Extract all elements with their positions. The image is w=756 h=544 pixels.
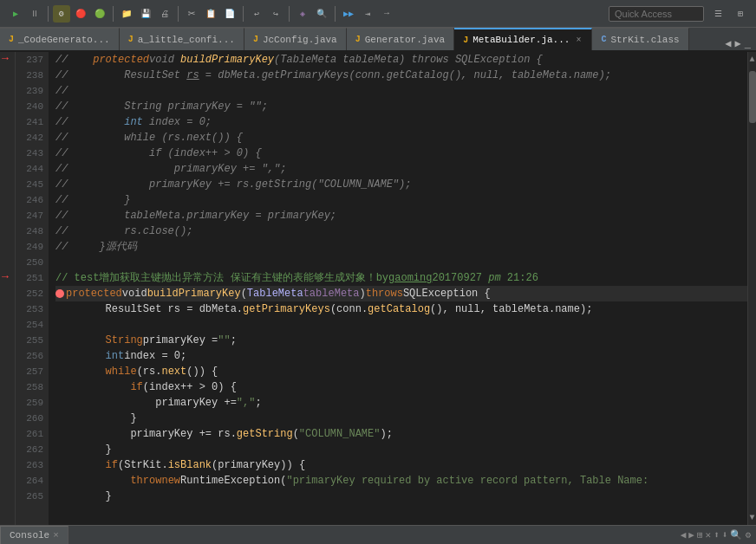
run-button[interactable]: ▶ [7,5,24,23]
code-255: primaryKey = [143,333,218,348]
code-line-254 [55,317,747,333]
status-icon-3[interactable]: ⊞ [697,529,703,541]
status-icon-7[interactable]: 🔍 [730,529,742,541]
code-259: primaryKey += [155,395,237,411]
toolbar-btn-13[interactable]: ↪ [267,5,284,23]
quick-access-input[interactable] [609,6,704,22]
linenum-255: 255 [16,333,43,348]
toolbar-btn-12[interactable]: ↩ [248,5,265,23]
toolbar-btn-14[interactable]: ◈ [294,5,311,23]
status-icon-8[interactable]: ⚙ [745,529,751,541]
code-area[interactable]: // protected void buildPrimaryKey(TableM… [49,52,747,525]
linenum-249: 249 [16,239,43,255]
str-264: "primaryKey required by active record pa… [286,473,648,489]
scroll-up-btn[interactable]: ▲ [749,52,754,67]
status-icon-5[interactable]: ⬆ [714,529,720,541]
tab-strkit[interactable]: C StrKit.class [592,28,688,50]
tab-codegenerator[interactable]: J _CodeGenerato... [0,28,120,50]
comment-237b: void buildPrimaryKey(TableMeta tableMeta… [149,52,543,68]
indent-260 [55,411,130,426]
sep1 [48,6,49,22]
code-261c: ); [380,426,392,442]
scroll-thumb[interactable] [749,71,756,123]
toolbar-btn-15[interactable]: 🔍 [313,5,330,23]
code-line-245: // primaryKey += rs.getString("COLUMN_NA… [55,177,747,192]
toolbar-btn-18[interactable]: → [378,5,395,23]
code-263a: ( [118,457,124,473]
linenum-260: 260 [16,411,43,426]
indent-256 [55,348,106,364]
toolbar-btn-2[interactable]: ⏸ [26,5,43,23]
by-251: by [376,270,388,286]
tab-label-5: MetaBuilder.ja... [472,35,570,45]
linenum-246: 246 [16,192,43,208]
comment-243: // if (index++ > 0) { [55,146,262,161]
kw-protected-252: protected [66,286,122,301]
code-line-265: } [55,489,747,504]
status-icon-2[interactable]: ▶ [688,529,694,541]
toolbar-btn-5[interactable]: 🟢 [91,5,108,23]
tab-icon-1: J [9,35,14,44]
username-251: gaoming [388,270,432,286]
tab-minimize[interactable]: _ [745,38,751,50]
indent-258 [55,379,130,395]
toolbar-btn-10[interactable]: 📋 [202,5,219,23]
code-line-241: // int index = 0; [55,114,747,130]
scrollbar[interactable]: ▲ ▼ [747,52,756,525]
tab-jcconfig[interactable]: J JcConfig.java [244,28,347,50]
toolbar-btn-16[interactable]: ▶▶ [340,5,357,23]
toolbar-btn-6[interactable]: 📁 [118,5,135,23]
code-line-253: ResultSet rs = dbMeta.getPrimaryKeys(con… [55,301,747,317]
code-256: index = 0; [124,348,186,364]
status-icon-1[interactable]: ◀ [681,529,687,541]
space-252: void [122,286,147,301]
code-253b: (conn. [330,301,368,317]
code-line-252: protected void buildPrimaryKey ( TableMe… [55,286,747,301]
breakpoint-252[interactable] [55,289,64,298]
code-line-250 [55,255,747,270]
toolbar-btn-11[interactable]: 📄 [221,5,238,23]
toolbar-btn-4[interactable]: 🔴 [72,5,89,23]
line-numbers: 237 238 239 240 241 242 243 244 245 246 … [16,52,49,525]
code-line-261: primaryKey += rs.getString("COLUMN_NAME"… [55,426,747,442]
method-257: next [161,364,186,379]
status-icon-6[interactable]: ⬇ [722,529,728,541]
linenum-241: 241 [16,114,43,130]
kw-throw-264: throw [130,473,161,489]
comment-242: // while (rs.next()) { [55,130,243,146]
comment-237: // [55,52,93,68]
left-gutter: → → [0,52,16,525]
code-263b: (primaryKey)) { [212,457,305,473]
tab-scroll-left[interactable]: ◀ [725,37,731,50]
code-line-244: // primaryKey += ","; [55,161,747,177]
code-261b: ( [293,426,299,442]
tab-generator[interactable]: J Generator.java [347,28,454,50]
console-label: Console [10,530,49,541]
indent-265 [55,489,106,504]
toolbar-grid-btn[interactable]: ⊞ [732,5,749,23]
tab-controls: ◀ ▶ _ [725,37,756,50]
toolbar-btn-8[interactable]: 🖨 [156,5,173,23]
tab-close-5[interactable]: × [574,36,583,45]
code-line-246: // } [55,192,747,208]
comment-246: // } [55,192,130,208]
linenum-256: 256 [16,348,43,364]
tab-little-config[interactable]: J a_little_confi... [120,28,244,50]
tab-metabuilder[interactable]: J MetaBuilder.ja... × [454,28,592,50]
console-tab[interactable]: Console × [0,526,68,545]
arrow-251: → [2,270,9,283]
scroll-down-btn[interactable]: ▼ [749,510,754,525]
toolbar-btn-7[interactable]: 💾 [137,5,154,23]
toolbar-btn-9[interactable]: ✂ [183,5,200,23]
status-icon-4[interactable]: ✕ [706,529,712,541]
toolbar-btn-3[interactable]: ⚙ [53,5,70,23]
tab-scroll-right[interactable]: ▶ [735,37,741,50]
console-close[interactable]: × [53,530,59,541]
toolbar-menu-btn[interactable]: ☰ [709,5,727,23]
toolbar-btn-17[interactable]: ⇥ [359,5,376,23]
linenum-243: 243 [16,146,43,161]
str-261: "COLUMN_NAME" [299,426,381,442]
method-261: getString [237,426,293,442]
linenum-253: 253 [16,301,43,317]
linenum-242: 242 [16,130,43,146]
